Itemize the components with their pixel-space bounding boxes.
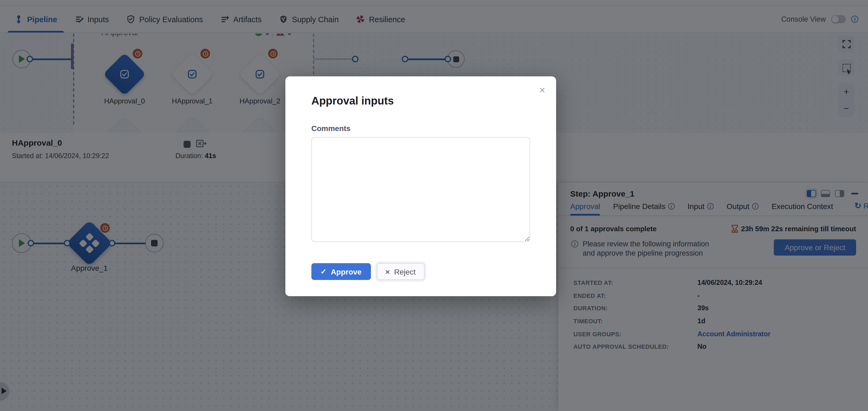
pipeline-execution-page: Pipeline Inputs Policy Evaluations A (0, 0, 868, 411)
approve-button[interactable]: ✓ Approve (311, 263, 371, 280)
check-icon: ✓ (320, 267, 327, 276)
approval-inputs-modal: × Approval inputs Comments ✓ Approve × R… (285, 76, 556, 296)
modal-title: Approval inputs (311, 95, 530, 107)
modal-buttons: ✓ Approve × Reject (311, 263, 530, 280)
close-icon[interactable]: × (539, 85, 545, 95)
approve-label: Approve (331, 267, 362, 276)
reject-label: Reject (394, 267, 415, 276)
comments-input[interactable] (311, 137, 530, 242)
comments-label: Comments (311, 124, 530, 133)
reject-button[interactable]: × Reject (377, 263, 424, 280)
x-icon: × (385, 267, 390, 276)
